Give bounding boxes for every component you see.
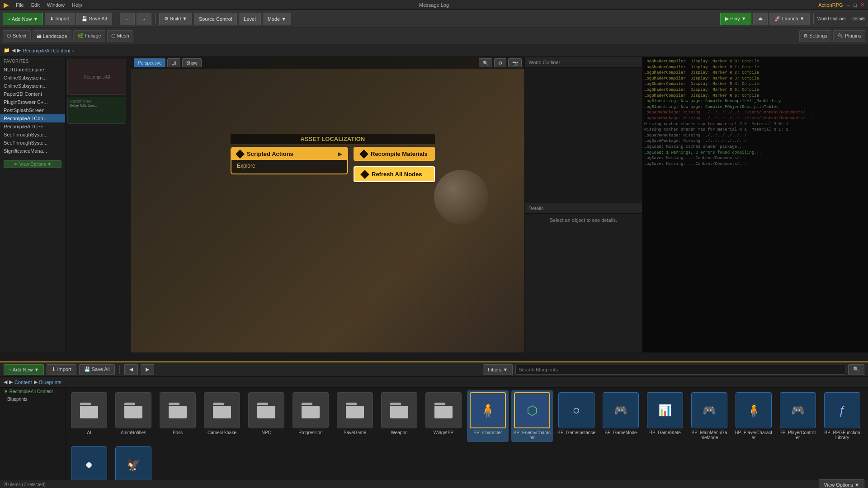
sidebar-item-5[interactable]: PostSplashScreen bbox=[0, 106, 65, 114]
sidebar-item-4[interactable]: PluginBrowser C+... bbox=[0, 98, 65, 106]
minimize-btn[interactable]: ─ bbox=[847, 2, 850, 8]
cb-add-new-btn[interactable]: + Add New ▼ bbox=[4, 364, 44, 375]
cb-blueprints-link[interactable]: Blueprints bbox=[39, 380, 61, 385]
sidebar-item-10[interactable]: SignificanceMana... bbox=[0, 147, 65, 155]
folder-animnotifies[interactable]: AnimNotifies bbox=[113, 390, 154, 442]
launch-button[interactable]: 🚀 Launch ▼ bbox=[769, 13, 810, 25]
source-control-button[interactable]: Source Control bbox=[194, 13, 237, 25]
cb-search-btn[interactable]: 🔍 bbox=[848, 364, 864, 375]
sidebar-item-8[interactable]: SeeThroughSyste... bbox=[0, 131, 65, 139]
bp-player-controller[interactable]: 🎮 BP_PlayerController bbox=[777, 390, 819, 442]
recompile-materials-btn[interactable]: Recompile Materials bbox=[354, 147, 435, 161]
folder-cam-thumb bbox=[204, 392, 240, 428]
sidebar-item-2[interactable]: OnlineSubsystem... bbox=[0, 82, 65, 90]
cb-nav-back-2[interactable]: ◀ bbox=[4, 379, 7, 385]
settings-btn[interactable]: ⚙ Settings bbox=[799, 30, 831, 42]
build-button[interactable]: ⚙ Build ▼ bbox=[159, 13, 192, 25]
bp-spectator-pawn[interactable]: 🦅 BP_SpectatorPawn bbox=[113, 445, 154, 480]
maximize-btn[interactable]: □ bbox=[854, 2, 857, 8]
import-button[interactable]: ⬇ Import bbox=[45, 13, 74, 25]
cb-item-count: 20 items (7 selected) bbox=[4, 482, 46, 487]
menu-help[interactable]: Help bbox=[72, 2, 82, 8]
bp-mainmenu[interactable]: 🎮 BP_MainMenuGameMode bbox=[689, 390, 730, 442]
menu-file[interactable]: File bbox=[16, 2, 24, 8]
mode-button[interactable]: Mode ▼ bbox=[263, 13, 291, 25]
cb-filters-btn[interactable]: Filters ▼ bbox=[483, 364, 513, 375]
cb-save-all-btn[interactable]: 💾 Save All bbox=[79, 364, 115, 375]
sidebar-item-9[interactable]: SeeThroughSyste... bbox=[0, 139, 65, 147]
plugins-btn[interactable]: 🔌 Plugins bbox=[833, 30, 865, 42]
refresh-all-nodes-btn[interactable]: Refresh All Nodes bbox=[354, 166, 435, 182]
select-mode-btn[interactable]: ⬡ Select bbox=[3, 30, 31, 42]
menu-window[interactable]: Window bbox=[47, 2, 65, 8]
sidebar-item-1[interactable]: OnlineSubsystem... bbox=[0, 74, 65, 82]
output-log[interactable]: LogShaderCompiler: Display: Marker R 0: … bbox=[642, 57, 868, 352]
view-options-btn[interactable]: 👁 View Options ▼ bbox=[4, 160, 61, 168]
scripted-actions-node[interactable]: Scripted Actions ▶ Explore bbox=[231, 147, 348, 174]
cb-view-options-btn[interactable]: View Options ▼ bbox=[819, 479, 864, 488]
vp-icon-2[interactable]: ⚙ bbox=[494, 58, 506, 67]
cb-root-link[interactable]: Content bbox=[14, 380, 32, 385]
nav-forward[interactable]: ▶ bbox=[17, 47, 21, 53]
cb-search-input[interactable] bbox=[515, 365, 845, 375]
details-placeholder: Select an object to see details. bbox=[550, 217, 617, 223]
play-button[interactable]: ▶ Play ▼ bbox=[720, 13, 751, 25]
bp-enemy-icon: ⬡ bbox=[527, 403, 538, 418]
sidebar-item-7[interactable]: RecompileAll C++ bbox=[0, 122, 65, 131]
cb-import-btn[interactable]: ⬇ Import bbox=[47, 364, 76, 375]
close-btn[interactable]: ✕ bbox=[860, 2, 864, 8]
breadcrumb-root[interactable]: RecompileAll Content bbox=[23, 48, 71, 53]
nav-back[interactable]: ◀ bbox=[12, 47, 15, 53]
sidebar-item-3[interactable]: Paper2D Content bbox=[0, 90, 65, 98]
bp-gs-icon: 📊 bbox=[658, 404, 672, 417]
bp-game-instance[interactable]: ○ BP_GameInstance bbox=[556, 390, 597, 442]
sidebar-item-6[interactable]: RecompileAll Con... bbox=[0, 114, 65, 122]
bp-rpg-library[interactable]: ƒ BP_RPGFunctionLibrary bbox=[821, 390, 863, 442]
cb-nav-forward-btn[interactable]: ▶ bbox=[141, 364, 154, 375]
folder-npc[interactable]: NPC bbox=[245, 390, 287, 442]
lit-btn[interactable]: Lit bbox=[167, 58, 180, 67]
folder-boss[interactable]: Boss bbox=[157, 390, 198, 442]
mesh-btn[interactable]: ⬡ Mesh bbox=[107, 30, 133, 42]
folder-weapon[interactable]: Weapon bbox=[378, 390, 420, 442]
eject-button[interactable]: ⏏ bbox=[753, 13, 768, 25]
bp-character[interactable]: 🧍 BP_Character bbox=[467, 390, 509, 442]
vp-icon-3[interactable]: 📷 bbox=[508, 58, 522, 67]
add-new-button[interactable]: + Add New ▼ bbox=[3, 13, 43, 25]
folder-boss-label: Boss bbox=[173, 430, 183, 435]
bp-gi-thumb: ○ bbox=[558, 392, 594, 428]
folder-anim-thumb bbox=[115, 392, 151, 428]
folder-ai-label: AI bbox=[87, 430, 91, 435]
folder-camerashake[interactable]: CameraShake bbox=[201, 390, 243, 442]
vp-icon-1[interactable]: 🔍 bbox=[479, 58, 492, 67]
landscape-btn[interactable]: 🏔 Landscape bbox=[33, 30, 71, 42]
folder-ai[interactable]: AI bbox=[68, 390, 110, 442]
folder-savegame[interactable]: SaveGame bbox=[334, 390, 376, 442]
cb-nav-fwd-2[interactable]: ▶ bbox=[9, 379, 13, 385]
redo-button[interactable]: → bbox=[137, 13, 151, 25]
bp-game-mode[interactable]: 🎮 BP_GameMode bbox=[600, 390, 642, 442]
action-buttons: Recompile Materials Refresh All Nodes bbox=[354, 147, 435, 185]
bp-gm-icon: 🎮 bbox=[614, 404, 627, 417]
bp-game-state[interactable]: 📊 BP_GameState bbox=[644, 390, 686, 442]
cb-tree-item-0[interactable]: ▼ RecompileAll Content bbox=[0, 388, 65, 395]
bp-soul-item[interactable]: ● BP_SoulItem bbox=[68, 445, 110, 480]
cb-nav-back-btn[interactable]: ◀ bbox=[124, 364, 138, 375]
save-all-button[interactable]: 💾 Save All bbox=[76, 13, 112, 25]
sidebar-item-0[interactable]: NUTUnrealEngine bbox=[0, 66, 65, 74]
undo-button[interactable]: ← bbox=[120, 13, 135, 25]
folder-progression[interactable]: Progression bbox=[290, 390, 331, 442]
level-button[interactable]: Level bbox=[239, 13, 260, 25]
bp-player-character[interactable]: 🧍 BP_PlayerCharacter bbox=[733, 390, 774, 442]
folder-widgetbp[interactable]: WidgetBP bbox=[423, 390, 464, 442]
log-line-6: LogShaderCompiler: Display: Marker R 6: … bbox=[644, 93, 866, 99]
toolbar-separator-1 bbox=[116, 14, 116, 24]
cb-tree-item-1[interactable]: Blueprints bbox=[0, 395, 65, 403]
show-btn[interactable]: Show bbox=[182, 58, 202, 67]
perspective-btn[interactable]: Perspective bbox=[134, 58, 165, 67]
menu-edit[interactable]: Edit bbox=[31, 2, 40, 8]
foliage-btn[interactable]: 🌿 Foliage bbox=[73, 30, 105, 42]
folder-boss-thumb bbox=[160, 392, 196, 428]
explore-item[interactable]: Explore bbox=[237, 162, 342, 170]
bp-enemy-character[interactable]: ⬡ BP_EnemyCharacter bbox=[511, 390, 553, 442]
